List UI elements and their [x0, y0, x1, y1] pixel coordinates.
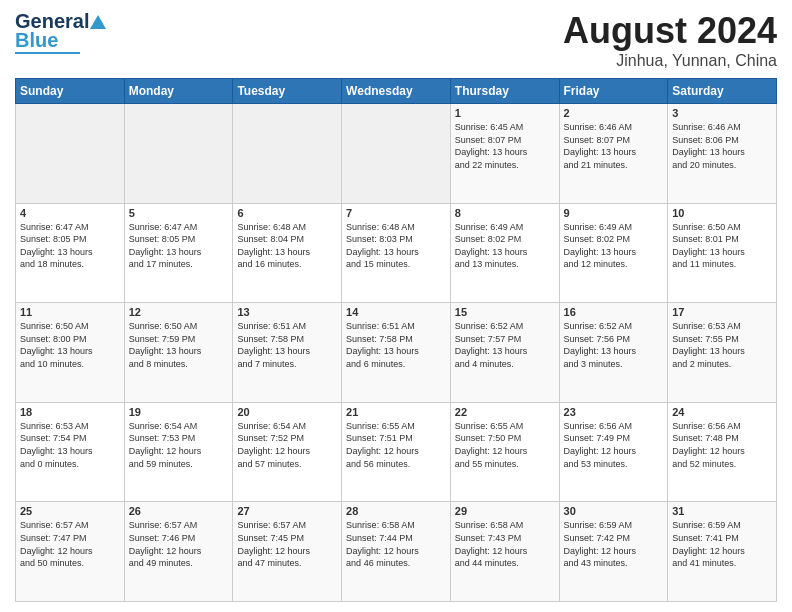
- day-number: 29: [455, 505, 555, 517]
- calendar-cell: 11Sunrise: 6:50 AM Sunset: 8:00 PM Dayli…: [16, 303, 125, 403]
- day-number: 6: [237, 207, 337, 219]
- cell-info: Sunrise: 6:55 AM Sunset: 7:51 PM Dayligh…: [346, 420, 446, 470]
- logo: General Blue: [15, 10, 107, 54]
- day-header: Monday: [124, 79, 233, 104]
- page: General Blue August 2024 Jinhua, Yunnan,…: [0, 0, 792, 612]
- calendar-week-row: 25Sunrise: 6:57 AM Sunset: 7:47 PM Dayli…: [16, 502, 777, 602]
- cell-info: Sunrise: 6:53 AM Sunset: 7:55 PM Dayligh…: [672, 320, 772, 370]
- day-number: 10: [672, 207, 772, 219]
- cell-info: Sunrise: 6:46 AM Sunset: 8:06 PM Dayligh…: [672, 121, 772, 171]
- cell-info: Sunrise: 6:57 AM Sunset: 7:46 PM Dayligh…: [129, 519, 229, 569]
- cell-info: Sunrise: 6:56 AM Sunset: 7:49 PM Dayligh…: [564, 420, 664, 470]
- day-header: Thursday: [450, 79, 559, 104]
- calendar-cell: 27Sunrise: 6:57 AM Sunset: 7:45 PM Dayli…: [233, 502, 342, 602]
- cell-info: Sunrise: 6:59 AM Sunset: 7:41 PM Dayligh…: [672, 519, 772, 569]
- cell-info: Sunrise: 6:52 AM Sunset: 7:56 PM Dayligh…: [564, 320, 664, 370]
- day-number: 3: [672, 107, 772, 119]
- cell-info: Sunrise: 6:51 AM Sunset: 7:58 PM Dayligh…: [346, 320, 446, 370]
- day-number: 30: [564, 505, 664, 517]
- calendar-cell: 10Sunrise: 6:50 AM Sunset: 8:01 PM Dayli…: [668, 203, 777, 303]
- cell-info: Sunrise: 6:48 AM Sunset: 8:03 PM Dayligh…: [346, 221, 446, 271]
- day-number: 16: [564, 306, 664, 318]
- day-number: 1: [455, 107, 555, 119]
- cell-info: Sunrise: 6:53 AM Sunset: 7:54 PM Dayligh…: [20, 420, 120, 470]
- cell-info: Sunrise: 6:45 AM Sunset: 8:07 PM Dayligh…: [455, 121, 555, 171]
- header-row: SundayMondayTuesdayWednesdayThursdayFrid…: [16, 79, 777, 104]
- calendar-cell: 3Sunrise: 6:46 AM Sunset: 8:06 PM Daylig…: [668, 104, 777, 204]
- day-number: 27: [237, 505, 337, 517]
- day-number: 4: [20, 207, 120, 219]
- cell-info: Sunrise: 6:47 AM Sunset: 8:05 PM Dayligh…: [129, 221, 229, 271]
- cell-info: Sunrise: 6:49 AM Sunset: 8:02 PM Dayligh…: [564, 221, 664, 271]
- calendar-cell: [342, 104, 451, 204]
- day-header: Friday: [559, 79, 668, 104]
- day-number: 17: [672, 306, 772, 318]
- cell-info: Sunrise: 6:48 AM Sunset: 8:04 PM Dayligh…: [237, 221, 337, 271]
- calendar-cell: 26Sunrise: 6:57 AM Sunset: 7:46 PM Dayli…: [124, 502, 233, 602]
- calendar-cell: 12Sunrise: 6:50 AM Sunset: 7:59 PM Dayli…: [124, 303, 233, 403]
- day-number: 23: [564, 406, 664, 418]
- calendar-cell: 30Sunrise: 6:59 AM Sunset: 7:42 PM Dayli…: [559, 502, 668, 602]
- cell-info: Sunrise: 6:57 AM Sunset: 7:47 PM Dayligh…: [20, 519, 120, 569]
- day-header: Sunday: [16, 79, 125, 104]
- day-number: 12: [129, 306, 229, 318]
- svg-marker-0: [90, 15, 106, 29]
- calendar-cell: [124, 104, 233, 204]
- calendar-cell: 19Sunrise: 6:54 AM Sunset: 7:53 PM Dayli…: [124, 402, 233, 502]
- calendar-cell: 15Sunrise: 6:52 AM Sunset: 7:57 PM Dayli…: [450, 303, 559, 403]
- day-number: 2: [564, 107, 664, 119]
- calendar-cell: 28Sunrise: 6:58 AM Sunset: 7:44 PM Dayli…: [342, 502, 451, 602]
- cell-info: Sunrise: 6:54 AM Sunset: 7:53 PM Dayligh…: [129, 420, 229, 470]
- day-number: 25: [20, 505, 120, 517]
- day-number: 19: [129, 406, 229, 418]
- cell-info: Sunrise: 6:50 AM Sunset: 7:59 PM Dayligh…: [129, 320, 229, 370]
- calendar-week-row: 1Sunrise: 6:45 AM Sunset: 8:07 PM Daylig…: [16, 104, 777, 204]
- cell-info: Sunrise: 6:50 AM Sunset: 8:00 PM Dayligh…: [20, 320, 120, 370]
- calendar-cell: 4Sunrise: 6:47 AM Sunset: 8:05 PM Daylig…: [16, 203, 125, 303]
- day-header: Wednesday: [342, 79, 451, 104]
- calendar-cell: 6Sunrise: 6:48 AM Sunset: 8:04 PM Daylig…: [233, 203, 342, 303]
- cell-info: Sunrise: 6:47 AM Sunset: 8:05 PM Dayligh…: [20, 221, 120, 271]
- day-number: 20: [237, 406, 337, 418]
- page-subtitle: Jinhua, Yunnan, China: [563, 52, 777, 70]
- day-number: 9: [564, 207, 664, 219]
- day-number: 14: [346, 306, 446, 318]
- cell-info: Sunrise: 6:51 AM Sunset: 7:58 PM Dayligh…: [237, 320, 337, 370]
- calendar-cell: 25Sunrise: 6:57 AM Sunset: 7:47 PM Dayli…: [16, 502, 125, 602]
- calendar-cell: 22Sunrise: 6:55 AM Sunset: 7:50 PM Dayli…: [450, 402, 559, 502]
- day-number: 13: [237, 306, 337, 318]
- calendar-cell: 14Sunrise: 6:51 AM Sunset: 7:58 PM Dayli…: [342, 303, 451, 403]
- logo-underline: [15, 52, 80, 54]
- cell-info: Sunrise: 6:55 AM Sunset: 7:50 PM Dayligh…: [455, 420, 555, 470]
- title-block: August 2024 Jinhua, Yunnan, China: [563, 10, 777, 70]
- cell-info: Sunrise: 6:50 AM Sunset: 8:01 PM Dayligh…: [672, 221, 772, 271]
- day-number: 22: [455, 406, 555, 418]
- calendar-cell: 18Sunrise: 6:53 AM Sunset: 7:54 PM Dayli…: [16, 402, 125, 502]
- calendar-cell: 29Sunrise: 6:58 AM Sunset: 7:43 PM Dayli…: [450, 502, 559, 602]
- day-header: Tuesday: [233, 79, 342, 104]
- day-number: 21: [346, 406, 446, 418]
- day-number: 8: [455, 207, 555, 219]
- cell-info: Sunrise: 6:58 AM Sunset: 7:44 PM Dayligh…: [346, 519, 446, 569]
- calendar-cell: 24Sunrise: 6:56 AM Sunset: 7:48 PM Dayli…: [668, 402, 777, 502]
- logo-blue: Blue: [15, 29, 58, 52]
- day-number: 31: [672, 505, 772, 517]
- calendar-cell: [16, 104, 125, 204]
- cell-info: Sunrise: 6:54 AM Sunset: 7:52 PM Dayligh…: [237, 420, 337, 470]
- cell-info: Sunrise: 6:46 AM Sunset: 8:07 PM Dayligh…: [564, 121, 664, 171]
- day-header: Saturday: [668, 79, 777, 104]
- calendar-cell: [233, 104, 342, 204]
- calendar-cell: 16Sunrise: 6:52 AM Sunset: 7:56 PM Dayli…: [559, 303, 668, 403]
- calendar-cell: 1Sunrise: 6:45 AM Sunset: 8:07 PM Daylig…: [450, 104, 559, 204]
- cell-info: Sunrise: 6:56 AM Sunset: 7:48 PM Dayligh…: [672, 420, 772, 470]
- calendar-table: SundayMondayTuesdayWednesdayThursdayFrid…: [15, 78, 777, 602]
- day-number: 18: [20, 406, 120, 418]
- day-number: 26: [129, 505, 229, 517]
- calendar-cell: 9Sunrise: 6:49 AM Sunset: 8:02 PM Daylig…: [559, 203, 668, 303]
- day-number: 15: [455, 306, 555, 318]
- cell-info: Sunrise: 6:52 AM Sunset: 7:57 PM Dayligh…: [455, 320, 555, 370]
- cell-info: Sunrise: 6:57 AM Sunset: 7:45 PM Dayligh…: [237, 519, 337, 569]
- calendar-cell: 17Sunrise: 6:53 AM Sunset: 7:55 PM Dayli…: [668, 303, 777, 403]
- calendar-cell: 13Sunrise: 6:51 AM Sunset: 7:58 PM Dayli…: [233, 303, 342, 403]
- calendar-week-row: 4Sunrise: 6:47 AM Sunset: 8:05 PM Daylig…: [16, 203, 777, 303]
